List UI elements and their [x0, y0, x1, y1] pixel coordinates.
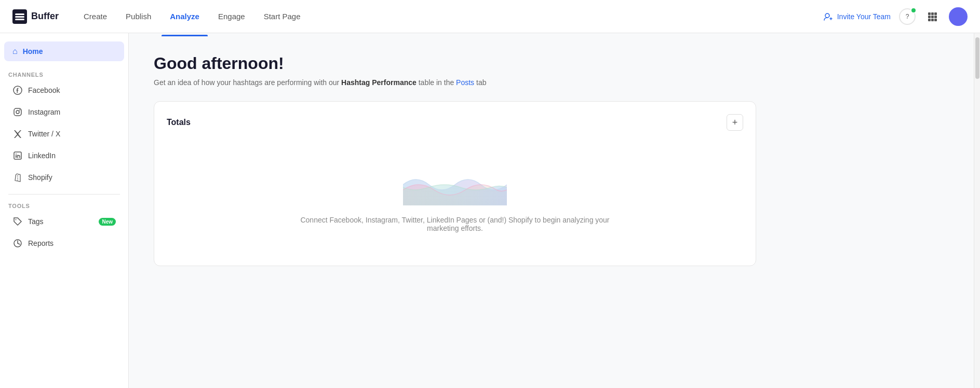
sidebar-divider: [8, 194, 120, 195]
sidebar-home-label: Home: [23, 47, 43, 56]
svg-rect-19: [16, 155, 17, 158]
nav-analyze[interactable]: Analyze: [162, 8, 208, 25]
linkedin-label: LinkedIn: [28, 151, 116, 160]
totals-title: Totals: [167, 118, 191, 127]
empty-state: Connect Facebook, Instagram, Twitter, Li…: [167, 143, 743, 253]
sidebar-item-reports[interactable]: Reports: [4, 233, 124, 254]
svg-rect-8: [928, 16, 931, 18]
sidebar-item-twitter[interactable]: Twitter / X: [4, 123, 124, 144]
svg-rect-9: [931, 16, 934, 18]
svg-point-20: [16, 154, 17, 155]
svg-point-4: [825, 13, 829, 18]
sidebar-item-instagram[interactable]: Instagram: [4, 102, 124, 122]
nav-engage[interactable]: Engage: [210, 8, 253, 25]
svg-rect-12: [931, 19, 934, 21]
nav-create[interactable]: Create: [75, 8, 115, 25]
home-icon: ⌂: [12, 47, 18, 56]
shopify-icon: [12, 172, 23, 183]
scrollbar-thumb: [975, 37, 979, 79]
tag-icon: [12, 216, 23, 227]
tools-section-label: Tools: [0, 199, 38, 211]
hashtag-performance-text: Hashtag Performance: [341, 78, 417, 87]
invite-icon: [824, 12, 833, 21]
reports-label: Reports: [28, 239, 116, 247]
svg-rect-1: [15, 13, 24, 15]
main-layout: ⌂ Home Channels Facebook Instagram: [0, 33, 980, 388]
totals-header: Totals +: [167, 114, 743, 131]
user-avatar[interactable]: [949, 7, 968, 26]
help-button[interactable]: ?: [899, 8, 916, 25]
sidebar-item-facebook[interactable]: Facebook: [4, 80, 124, 101]
svg-rect-6: [931, 12, 934, 15]
svg-rect-3: [15, 19, 24, 20]
tags-label: Tags: [28, 217, 93, 226]
svg-rect-5: [928, 12, 931, 15]
svg-rect-2: [15, 16, 24, 18]
twitter-label: Twitter / X: [28, 130, 116, 138]
twitter-icon: [12, 129, 23, 139]
wave-illustration: [403, 164, 507, 205]
invite-team-label: Invite Your Team: [837, 12, 891, 21]
sidebar-item-tags[interactable]: Tags New: [4, 211, 124, 232]
svg-rect-10: [934, 16, 937, 18]
totals-card: Totals +: [154, 101, 756, 266]
add-metric-button[interactable]: +: [727, 114, 743, 131]
svg-rect-13: [934, 19, 937, 21]
svg-rect-7: [934, 12, 937, 15]
linkedin-icon: [12, 150, 23, 161]
sidebar: ⌂ Home Channels Facebook Instagram: [0, 33, 129, 388]
subtitle-text: Get an idea of how your hashtags are per…: [154, 78, 949, 87]
reports-icon: [12, 238, 23, 248]
nav-publish[interactable]: Publish: [117, 8, 159, 25]
facebook-label: Facebook: [28, 86, 116, 94]
shopify-label: Shopify: [28, 173, 116, 182]
logo[interactable]: Buffer: [12, 9, 59, 24]
top-nav: Buffer Create Publish Analyze Engage Sta…: [0, 0, 980, 33]
nav-start-page[interactable]: Start Page: [256, 8, 309, 25]
greeting-heading: Good afternoon!: [154, 54, 949, 73]
sidebar-home[interactable]: ⌂ Home: [4, 41, 124, 61]
svg-rect-15: [14, 108, 21, 116]
channels-section-label: Channels: [0, 67, 52, 80]
apps-grid-icon: [927, 11, 937, 22]
help-badge: [910, 7, 917, 13]
new-badge: New: [99, 218, 116, 226]
posts-tab-link[interactable]: Posts: [456, 78, 474, 87]
svg-point-16: [16, 110, 19, 114]
instagram-label: Instagram: [28, 108, 116, 116]
nav-links: Create Publish Analyze Engage Start Page: [75, 8, 824, 25]
main-content: Good afternoon! Get an idea of how your …: [129, 33, 974, 388]
svg-point-17: [19, 109, 20, 110]
sidebar-item-linkedin[interactable]: LinkedIn: [4, 145, 124, 166]
sidebar-item-shopify[interactable]: Shopify: [4, 167, 124, 188]
right-scrollbar[interactable]: [974, 33, 980, 388]
nav-right: Invite Your Team ?: [824, 7, 968, 26]
logo-text: Buffer: [31, 11, 59, 22]
invite-team-button[interactable]: Invite Your Team: [824, 12, 891, 21]
facebook-icon: [12, 85, 23, 95]
buffer-logo-icon: [12, 9, 27, 24]
empty-state-text: Connect Facebook, Instagram, Twitter, Li…: [299, 216, 611, 232]
svg-point-21: [16, 219, 17, 220]
svg-rect-11: [928, 19, 931, 21]
instagram-icon: [12, 107, 23, 117]
apps-button[interactable]: [924, 8, 941, 25]
